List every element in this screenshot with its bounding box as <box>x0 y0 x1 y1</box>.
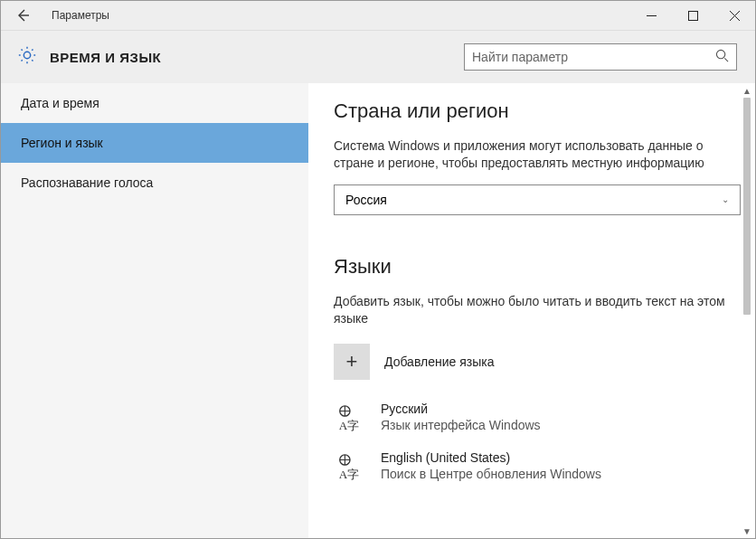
scroll-down-arrow-icon[interactable]: ▼ <box>741 524 753 538</box>
language-subtitle: Поиск в Центре обновления Windows <box>381 467 601 481</box>
page-title: ВРЕМЯ И ЯЗЫК <box>50 50 161 65</box>
window-title: Параметры <box>52 9 109 22</box>
gear-icon <box>17 45 37 69</box>
search-box[interactable] <box>464 43 737 71</box>
sidebar-item-label: Дата и время <box>21 96 99 110</box>
language-icon: A字 <box>334 450 366 483</box>
languages-heading: Языки <box>334 255 730 279</box>
sidebar-item-region-language[interactable]: Регион и язык <box>1 123 308 163</box>
region-description: Система Windows и приложения могут испол… <box>334 137 730 172</box>
svg-rect-0 <box>688 11 697 20</box>
region-heading: Страна или регион <box>334 99 730 123</box>
language-text: Русский Язык интерфейса Windows <box>381 402 541 432</box>
search-icon <box>715 49 729 66</box>
window-controls <box>630 1 755 30</box>
header-left: ВРЕМЯ И ЯЗЫК <box>17 45 161 69</box>
language-text: English (United States) Поиск в Центре о… <box>381 450 601 481</box>
maximize-button[interactable] <box>672 1 713 30</box>
add-language-button[interactable]: + Добавление языка <box>334 344 730 380</box>
close-button[interactable] <box>713 1 755 30</box>
sidebar-item-speech[interactable]: Распознавание голоса <box>1 163 308 203</box>
sidebar-item-label: Регион и язык <box>21 136 103 150</box>
svg-point-1 <box>716 50 724 58</box>
search-input[interactable] <box>472 50 707 64</box>
minimize-icon <box>647 11 657 21</box>
minimize-button[interactable] <box>630 1 672 30</box>
back-arrow-icon <box>15 8 30 23</box>
content-panel: Страна или регион Система Windows и прил… <box>308 83 755 538</box>
scroll-thumb[interactable] <box>743 98 751 315</box>
sidebar-item-label: Распознавание голоса <box>21 175 153 190</box>
add-language-label: Добавление языка <box>384 355 495 369</box>
titlebar: Параметры <box>1 1 755 31</box>
country-dropdown[interactable]: Россия ⌄ <box>334 184 741 215</box>
close-icon <box>730 11 740 21</box>
language-name: Русский <box>381 402 541 416</box>
back-button[interactable] <box>1 1 44 30</box>
language-name: English (United States) <box>381 450 601 465</box>
sidebar-item-date-time[interactable]: Дата и время <box>1 83 308 123</box>
chevron-down-icon: ⌄ <box>722 194 729 204</box>
settings-window: Параметры ВРЕМЯ И ЯЗЫК <box>0 0 756 539</box>
sidebar: Дата и время Регион и язык Распознавание… <box>1 83 308 538</box>
scroll-track[interactable] <box>741 98 753 524</box>
svg-text:A字: A字 <box>339 419 359 431</box>
language-item[interactable]: A字 Русский Язык интерфейса Windows <box>334 402 730 434</box>
scrollbar[interactable]: ▲ ▼ <box>741 83 753 538</box>
maximize-icon <box>688 11 698 21</box>
plus-icon: + <box>334 344 370 380</box>
scroll-up-arrow-icon[interactable]: ▲ <box>741 83 753 98</box>
languages-description: Добавить язык, чтобы можно было читать и… <box>334 293 730 327</box>
svg-text:A字: A字 <box>339 468 359 480</box>
language-item[interactable]: A字 English (United States) Поиск в Центр… <box>334 450 730 483</box>
header: ВРЕМЯ И ЯЗЫК <box>1 31 755 83</box>
country-selected: Россия <box>345 193 387 207</box>
body: Дата и время Регион и язык Распознавание… <box>1 83 755 538</box>
language-icon: A字 <box>334 402 366 434</box>
language-subtitle: Язык интерфейса Windows <box>381 418 541 432</box>
